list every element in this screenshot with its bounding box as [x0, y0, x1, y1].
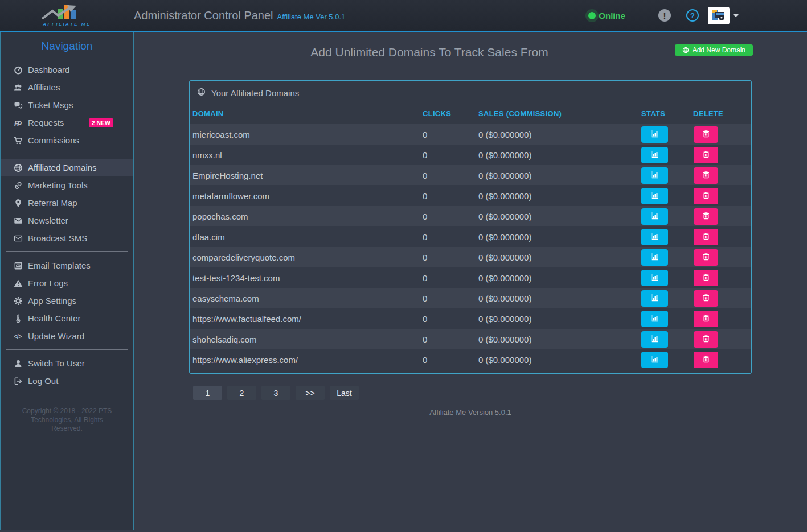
sidebar-item-ticket-msgs[interactable]: Ticket Msgs [1, 96, 133, 114]
delete-button[interactable] [694, 208, 718, 225]
sidebar-item-email-templates[interactable]: Email Templates [1, 257, 133, 274]
sidebar-item-switch-to-user[interactable]: Switch To User [1, 354, 133, 372]
delete-button[interactable] [694, 311, 718, 327]
svg-text:P: P [17, 119, 22, 127]
cell-clicks: 0 [423, 150, 478, 160]
pagination: 123>>Last [189, 386, 752, 400]
online-status: Online [588, 11, 625, 20]
delete-button[interactable] [694, 126, 718, 143]
cell-delete [693, 352, 751, 368]
affiliated-domains-panel: Your Affiliated Domains DOMAINCLICKSSALE… [189, 80, 752, 374]
caret-down-icon [733, 14, 739, 17]
cell-stats [641, 208, 693, 225]
delete-button[interactable] [694, 229, 718, 245]
cell-stats [641, 126, 693, 143]
trash-icon [702, 150, 711, 160]
delete-button[interactable] [694, 290, 718, 307]
stats-button[interactable] [641, 352, 668, 368]
link-icon [13, 181, 23, 190]
sidebar-item-affiliates[interactable]: Affiliates [1, 79, 133, 96]
delete-button[interactable] [694, 249, 718, 266]
online-label: Online [599, 11, 625, 20]
trash-icon [702, 354, 711, 365]
stats-button[interactable] [641, 167, 668, 184]
page-button-page-1[interactable]: 1 [193, 386, 222, 400]
cell-sales: 0 ($0.000000) [478, 294, 641, 303]
delete-button[interactable] [694, 188, 718, 204]
sidebar-item-update-wizard[interactable]: </>Update Wizard [1, 327, 133, 345]
stats-button[interactable] [641, 270, 668, 286]
sidebar-item-commissions[interactable]: Commissions [1, 131, 133, 149]
sign-out-icon [13, 377, 23, 386]
sidebar-item-affiliated-domains[interactable]: Affiliated Domains [1, 159, 133, 176]
bar-chart-icon [650, 232, 659, 242]
page-button-page-2[interactable]: 2 [227, 386, 256, 400]
delete-button[interactable] [694, 331, 718, 348]
stats-button[interactable] [641, 249, 668, 266]
trash-icon [702, 232, 711, 242]
stats-button[interactable] [641, 229, 668, 245]
thermometer-icon [13, 314, 23, 323]
column-header-sales-commission: SALES (COMMISSION) [478, 109, 641, 118]
exclamation-circle-icon[interactable]: ! [658, 9, 671, 22]
main-content: Add Unlimited Domains To Track Sales Fro… [134, 32, 807, 530]
logo-text: AFFILIATE ME [43, 22, 91, 27]
sidebar-item-referral-map[interactable]: Referral Map [1, 194, 133, 212]
bar-chart-icon [650, 170, 659, 181]
page-header-title: Administrator Control PanelAffiliate Me … [134, 9, 345, 22]
cell-domain: popochas.com [190, 212, 423, 221]
sidebar-item-label: Referral Map [28, 198, 77, 208]
sidebar-item-broadcast-sms[interactable]: Broadcast SMS [1, 229, 133, 247]
page-button-next[interactable]: >> [296, 386, 325, 400]
stats-button[interactable] [641, 208, 668, 225]
sidebar-item-error-logs[interactable]: Error Logs [1, 274, 133, 292]
cell-domain: test-test-1234-test.com [190, 273, 423, 283]
page-button-last[interactable]: Last [330, 386, 359, 400]
table-row: miericoast.com00 ($0.000000) [190, 124, 751, 145]
delete-button[interactable] [694, 352, 718, 368]
cell-delete [693, 126, 751, 143]
delete-button[interactable] [694, 270, 718, 286]
sidebar-item-health-center[interactable]: Health Center [1, 310, 133, 327]
sidebar-item-log-out[interactable]: Log Out [1, 372, 133, 390]
cell-sales: 0 ($0.000000) [478, 191, 641, 201]
stats-button[interactable] [641, 290, 668, 307]
sidebar-item-label: Error Logs [28, 278, 68, 288]
table-row: shohelsadiq.com00 ($0.000000) [190, 329, 751, 349]
sidebar-item-marketing-tools[interactable]: Marketing Tools [1, 176, 133, 194]
cell-domain: EmpireHosting.net [190, 171, 423, 180]
sidebar-item-label: Dashboard [28, 65, 69, 75]
sidebar-nav: DashboardAffiliatesTicket MsgsPPRequests… [1, 61, 133, 390]
stats-button[interactable] [641, 331, 668, 348]
table-row: https://www.factualfeed.com/00 ($0.00000… [190, 308, 751, 329]
trash-icon [702, 191, 711, 201]
sidebar-item-label: Switch To User [28, 358, 85, 368]
delete-button[interactable] [694, 147, 718, 163]
stats-button[interactable] [641, 147, 668, 163]
bar-chart-icon [650, 191, 659, 201]
bar-chart-icon [650, 273, 659, 283]
delete-button[interactable] [694, 167, 718, 184]
stats-button[interactable] [641, 188, 668, 204]
cell-delete [693, 249, 751, 266]
sidebar-item-label: Email Templates [28, 261, 91, 270]
sidebar-item-newsletter[interactable]: Newsletter [1, 212, 133, 229]
user-menu[interactable] [708, 7, 739, 24]
sidebar-item-app-settings[interactable]: App Settings [1, 292, 133, 310]
envelope-square-icon [13, 261, 23, 270]
app-logo[interactable]: AFFILIATE ME [0, 4, 134, 27]
add-new-domain-button[interactable]: Add New Domain [675, 44, 753, 56]
cell-clicks: 0 [423, 314, 478, 324]
cell-stats [641, 352, 693, 368]
stats-button[interactable] [641, 311, 668, 327]
page-button-page-3[interactable]: 3 [261, 386, 290, 400]
cell-sales: 0 ($0.000000) [478, 253, 641, 262]
dashboard-icon [13, 65, 23, 75]
cell-delete [693, 331, 751, 348]
question-circle-icon[interactable]: ? [686, 9, 699, 22]
sidebar-item-dashboard[interactable]: Dashboard [1, 61, 133, 79]
stats-button[interactable] [641, 126, 668, 143]
sidebar-item-requests[interactable]: PPRequests2 NEW [1, 114, 133, 131]
cell-stats [641, 290, 693, 307]
cell-clicks: 0 [423, 335, 478, 344]
